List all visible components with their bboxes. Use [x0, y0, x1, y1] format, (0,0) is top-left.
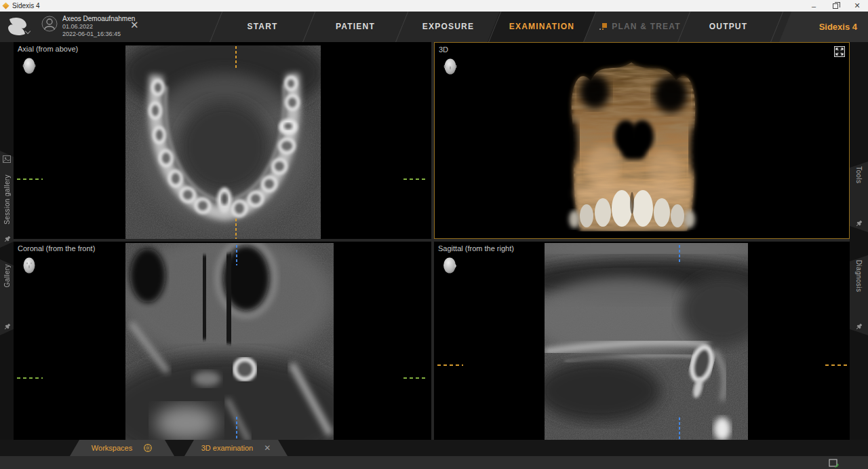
- brand-label: Sidexis 4: [819, 12, 857, 42]
- view-axial[interactable]: Axial (from above): [14, 42, 431, 239]
- head-orientation-icon[interactable]: [442, 257, 458, 278]
- sagittal-ct-image[interactable]: [545, 243, 748, 440]
- slice-line-sagittal[interactable]: [235, 219, 237, 239]
- close-window-button[interactable]: ✕: [846, 0, 868, 12]
- nav-separator: [209, 12, 223, 42]
- slice-line-sagittal[interactable]: [236, 417, 237, 438]
- close-tab-icon[interactable]: ✕: [264, 443, 271, 453]
- sidebar-item-gallery[interactable]: Gallery: [0, 259, 14, 335]
- right-sidebar: Tools Diagnosis: [850, 42, 868, 440]
- second-monitor-icon[interactable]: [829, 458, 839, 469]
- tab-start[interactable]: START: [229, 12, 296, 42]
- tab-label: Workspaces: [92, 444, 132, 452]
- sirona-logo-icon[interactable]: [6, 16, 28, 39]
- head-orientation-icon[interactable]: [22, 257, 37, 278]
- sidebar-label: Session gallery: [3, 174, 11, 225]
- view-title: 3D: [439, 45, 448, 54]
- patient-info[interactable]: Axeos Demoaufnahmen 01.06.2022 2022-06-0…: [62, 15, 135, 39]
- close-patient-button[interactable]: ✕: [130, 19, 139, 31]
- slice-line-coronal[interactable]: [679, 245, 680, 264]
- tab-exposure[interactable]: EXPOSURE: [414, 12, 482, 42]
- sidebar-item-tools[interactable]: Tools: [850, 162, 868, 232]
- pin-icon[interactable]: [3, 236, 11, 243]
- tab-patient[interactable]: PATIENT: [321, 12, 389, 42]
- patient-session: 2022-06-01_16:36:45: [62, 31, 135, 39]
- head-orientation-icon[interactable]: [443, 58, 458, 79]
- head-orientation-icon[interactable]: [22, 57, 37, 79]
- workspace: Session gallery Gallery Tools: [0, 42, 868, 440]
- slice-line-axial[interactable]: [403, 377, 428, 379]
- volume-render-3d[interactable]: [564, 58, 703, 231]
- left-sidebar: Session gallery Gallery: [0, 42, 14, 440]
- nav-separator: [395, 12, 409, 42]
- window-title: Sidexis 4: [12, 2, 40, 10]
- sidebar-label: Tools: [855, 166, 863, 183]
- workspace-settings-icon[interactable]: [143, 443, 153, 453]
- view-coronal[interactable]: Coronal (from the front): [14, 242, 431, 440]
- patient-avatar: [41, 16, 58, 35]
- slice-line-axial[interactable]: [437, 364, 463, 366]
- restore-button[interactable]: [825, 0, 846, 12]
- patient-name: Axeos Demoaufnahmen: [62, 15, 135, 23]
- fullscreen-icon[interactable]: [834, 46, 845, 57]
- coronal-ct-image[interactable]: [125, 243, 334, 440]
- header: Axeos Demoaufnahmen 01.06.2022 2022-06-0…: [0, 12, 868, 42]
- image-icon: [3, 155, 11, 163]
- slice-line-axial[interactable]: [17, 377, 43, 379]
- view-title: Coronal (from the front): [18, 244, 95, 252]
- sidexis-window: Sidexis 4 – ✕: [0, 0, 868, 469]
- view-title: Axial (from above): [18, 45, 78, 53]
- pin-icon[interactable]: [855, 323, 863, 331]
- slice-line-coronal[interactable]: [17, 179, 43, 180]
- slice-line-axial[interactable]: [825, 364, 847, 366]
- tab-3d-examination[interactable]: 3D examination ✕: [184, 440, 288, 456]
- tab-label: 3D examination: [201, 444, 253, 452]
- bottom-tab-bar: Workspaces 3D examination ✕: [0, 440, 868, 456]
- view-3d[interactable]: 3D: [434, 42, 850, 239]
- tab-plan-treat[interactable]: PLAN & TREAT: [609, 12, 684, 42]
- slice-line-coronal[interactable]: [679, 417, 680, 440]
- tab-output[interactable]: OUTPUT: [694, 12, 762, 42]
- axial-ct-image[interactable]: [125, 45, 321, 239]
- slice-line-sagittal[interactable]: [236, 245, 237, 265]
- pin-icon[interactable]: [855, 220, 863, 227]
- sidebar-label: Diagnosis: [855, 260, 863, 293]
- view-title: Sagittal (from the right): [438, 244, 514, 252]
- plan-treat-icon: [599, 23, 607, 31]
- status-bar: [0, 456, 868, 469]
- view-sagittal[interactable]: Sagittal (from the right): [434, 242, 850, 440]
- title-bar: Sidexis 4 – ✕: [0, 0, 868, 12]
- sidebar-item-session-gallery[interactable]: Session gallery: [0, 151, 14, 248]
- tab-examination[interactable]: EXAMINATION: [501, 12, 583, 42]
- slice-line-sagittal[interactable]: [235, 46, 237, 68]
- minimize-button[interactable]: –: [803, 0, 825, 12]
- nav-separator: [302, 12, 316, 42]
- restore-icon: [833, 3, 838, 9]
- sidebar-label: Gallery: [3, 264, 11, 287]
- tab-workspaces[interactable]: Workspaces: [70, 440, 174, 456]
- patient-date: 01.06.2022: [62, 23, 135, 31]
- pin-icon[interactable]: [3, 323, 11, 331]
- sidebar-item-diagnosis[interactable]: Diagnosis: [850, 255, 868, 335]
- app-icon: [2, 2, 9, 9]
- slice-line-coronal[interactable]: [403, 179, 428, 180]
